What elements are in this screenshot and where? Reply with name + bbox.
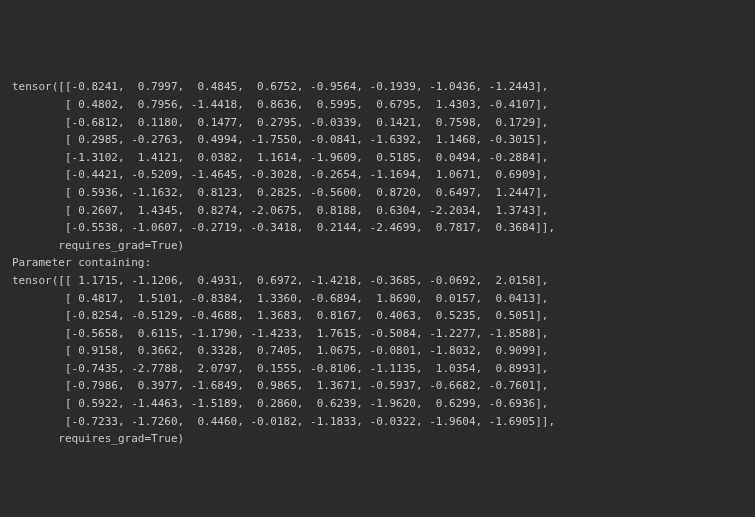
output-line: tensor([[-0.8241, 0.7997, 0.4845, 0.6752… [12, 80, 548, 93]
terminal-output: tensor([[-0.8241, 0.7997, 0.4845, 0.6752… [12, 78, 743, 465]
output-line: [-1.3102, 1.4121, 0.0382, 1.1614, -1.960… [12, 151, 548, 164]
output-line: [ 0.4802, 0.7956, -1.4418, 0.8636, 0.599… [12, 98, 548, 111]
output-line: [-0.5538, -1.0607, -0.2719, -0.3418, 0.2… [12, 221, 555, 234]
output-line: requires_grad=True) [12, 239, 184, 252]
output-line: tensor([[ 1.1715, -1.1206, 0.4931, 0.697… [12, 274, 548, 287]
output-line: [-0.7233, -1.7260, 0.4460, -0.0182, -1.1… [12, 415, 555, 428]
output-line: [ 0.5936, -1.1632, 0.8123, 0.2825, -0.56… [12, 186, 548, 199]
output-line: requires_grad=True) [12, 432, 184, 445]
output-line: [ 0.2985, -0.2763, 0.4994, -1.7550, -0.0… [12, 133, 548, 146]
output-line: [ 0.2607, 1.4345, 0.8274, -2.0675, 0.818… [12, 204, 548, 217]
output-line: [ 0.9158, 0.3662, 0.3328, 0.7405, 1.0675… [12, 344, 548, 357]
output-line: [-0.7435, -2.7788, 2.0797, 0.1555, -0.81… [12, 362, 548, 375]
output-line: [ 0.5922, -1.4463, -1.5189, 0.2860, 0.62… [12, 397, 548, 410]
output-line: [-0.6812, 0.1180, 0.1477, 0.2795, -0.033… [12, 116, 548, 129]
output-line: [-0.7986, 0.3977, -1.6849, 0.9865, 1.367… [12, 379, 548, 392]
output-line: [-0.4421, -0.5209, -1.4645, -0.3028, -0.… [12, 168, 548, 181]
output-line: [-0.5658, 0.6115, -1.1790, -1.4233, 1.76… [12, 327, 548, 340]
output-line: Parameter containing: [12, 256, 151, 269]
output-line: [-0.8254, -0.5129, -0.4688, 1.3683, 0.81… [12, 309, 548, 322]
output-line: [ 0.4817, 1.5101, -0.8384, 1.3360, -0.68… [12, 292, 548, 305]
